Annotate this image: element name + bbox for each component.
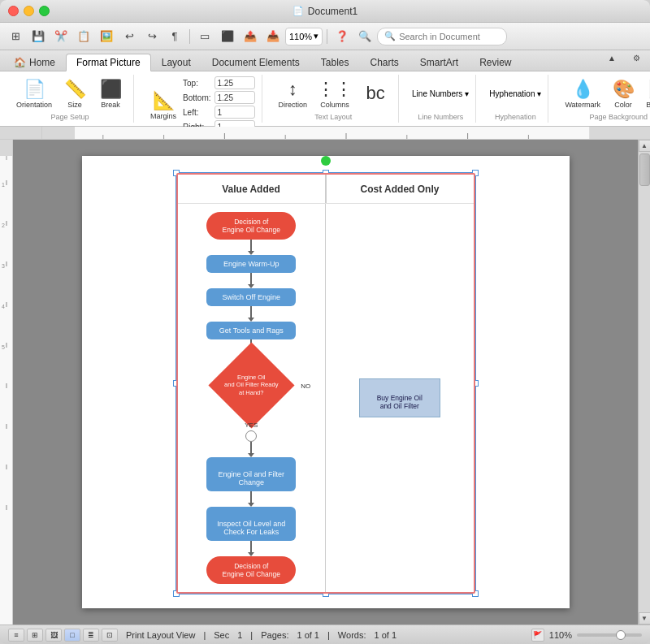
bottom-margin[interactable]: 1.25 bbox=[214, 91, 255, 104]
flow-get-tools[interactable]: Get Tools and Rags bbox=[206, 322, 296, 339]
maximize-button[interactable] bbox=[39, 6, 50, 16]
arrowhead-7 bbox=[248, 552, 254, 556]
bc-btn[interactable]: bc bbox=[359, 81, 392, 106]
search-input[interactable] bbox=[399, 32, 500, 41]
scroll-thumb-v[interactable] bbox=[639, 153, 650, 186]
document-area[interactable]: Value Added Cost Added Only bbox=[13, 140, 638, 625]
status-words-value: 1 of 1 bbox=[375, 630, 397, 640]
toolbar-btn-5[interactable]: 🖼️ bbox=[96, 27, 117, 46]
tab-format-picture[interactable]: Format Picture bbox=[66, 54, 151, 71]
ribbon-options-btn[interactable]: ⚙ bbox=[626, 48, 647, 67]
help-btn[interactable]: ❓ bbox=[332, 27, 353, 46]
toolbar-btn-8[interactable]: ▭ bbox=[194, 27, 215, 46]
flow-end[interactable]: Decision of Engine Oil Change bbox=[206, 556, 296, 584]
scroll-down-btn[interactable]: ▼ bbox=[639, 612, 651, 625]
svg-rect-12 bbox=[0, 140, 13, 156]
view-btn-5[interactable]: ≣ bbox=[83, 629, 99, 642]
view-btn-6[interactable]: ⊡ bbox=[102, 629, 118, 642]
diagram-body: Decision of Engine Oil Change Engine War… bbox=[178, 204, 474, 592]
flow-oil-change[interactable]: Engine Oil and Filter Change bbox=[206, 457, 296, 491]
document-page: Value Added Cost Added Only bbox=[82, 156, 570, 608]
bc-icon: bc bbox=[366, 83, 384, 104]
toolbar-btn-1[interactable]: ⊞ bbox=[5, 27, 26, 46]
page-setup-items: 📄 Orientation 📏 Size ⬛ Break bbox=[13, 76, 127, 111]
view-btn-4[interactable]: □ bbox=[64, 629, 80, 642]
view-btn-2[interactable]: ⊞ bbox=[27, 629, 43, 642]
watermark-btn[interactable]: 💧 Watermark bbox=[561, 77, 604, 110]
zoom-slider-track[interactable] bbox=[577, 633, 642, 637]
flow-start[interactable]: Decision of Engine Oil Change bbox=[206, 212, 296, 240]
rotation-handle[interactable] bbox=[321, 156, 331, 166]
break-btn[interactable]: ⬛ Break bbox=[94, 77, 127, 110]
toolbar-btn-3[interactable]: ✂️ bbox=[50, 27, 72, 46]
zoom-label: 110% bbox=[549, 630, 572, 640]
ribbon-collapse-btn[interactable]: ▲ bbox=[601, 48, 622, 67]
left-margin[interactable]: 1 bbox=[214, 106, 255, 119]
home-icon: 🏠 bbox=[14, 57, 26, 68]
search-box[interactable]: 🔍 bbox=[377, 28, 507, 45]
flow-decision-wrapper: Engine Oiland Oil Filter Readyat Hand? N… bbox=[214, 355, 288, 416]
borders-btn[interactable]: ⬜ Borders bbox=[643, 77, 650, 110]
line-numbers-dropdown[interactable]: Line Numbers ▾ bbox=[412, 89, 469, 98]
view-buttons: ≡ ⊞ 🖼 □ ≣ ⊡ bbox=[8, 629, 118, 642]
traffic-lights[interactable] bbox=[8, 6, 50, 16]
size-btn[interactable]: 📏 Size bbox=[58, 77, 91, 110]
flow-warm-up[interactable]: Engine Warm-Up bbox=[206, 255, 296, 273]
toolbar-separator-1 bbox=[189, 29, 190, 44]
margins-btn[interactable]: 📐 Margins bbox=[147, 89, 180, 122]
zoom-slider-thumb[interactable] bbox=[616, 630, 626, 640]
color-btn[interactable]: 🎨 Color bbox=[607, 77, 639, 110]
direction-btn[interactable]: ↕ Direction bbox=[275, 77, 311, 110]
svg-rect-11 bbox=[0, 140, 13, 625]
margin-fields: Top: 1.25 Bottom: 1.25 Left: 1 Right: 1 bbox=[183, 76, 254, 133]
toolbar-btn-6[interactable]: ↩ bbox=[119, 27, 140, 46]
diagram-wrapper[interactable]: Value Added Cost Added Only bbox=[176, 172, 476, 594]
hyphenation-dropdown[interactable]: Hyphenation ▾ bbox=[489, 89, 541, 98]
search-icon-btn[interactable]: 🔍 bbox=[354, 27, 375, 46]
tab-charts[interactable]: Charts bbox=[359, 53, 409, 71]
arrowhead-2 bbox=[248, 284, 254, 288]
tab-home[interactable]: 🏠 Home bbox=[3, 53, 66, 71]
top-label: Top: bbox=[183, 79, 210, 88]
tab-review[interactable]: Review bbox=[469, 53, 522, 71]
view-btn-3[interactable]: 🖼 bbox=[46, 629, 62, 642]
status-sep-1: | bbox=[203, 630, 206, 640]
status-pages-value: 1 of 1 bbox=[297, 630, 319, 640]
vertical-scrollbar[interactable]: ▲ ▼ bbox=[638, 140, 650, 625]
toolbar-btn-4[interactable]: 📋 bbox=[73, 27, 94, 46]
status-pages-label: Pages: bbox=[261, 630, 288, 640]
scroll-up-btn[interactable]: ▲ bbox=[639, 140, 651, 152]
flow-inspect[interactable]: Inspect Oil Level and Check For Leaks bbox=[206, 507, 296, 541]
tab-tables[interactable]: Tables bbox=[310, 53, 360, 71]
orientation-btn[interactable]: 📄 Orientation bbox=[13, 77, 55, 110]
toolbar-btn-9[interactable]: ⬛ bbox=[217, 27, 238, 46]
toolbar-btn-7[interactable]: ↪ bbox=[141, 27, 162, 46]
margins-items: 📐 Margins Top: 1.25 Bottom: 1.25 Left: 1… bbox=[147, 76, 254, 133]
flow-switch-off[interactable]: Switch Off Engine bbox=[206, 288, 296, 306]
window-title: 📄 Document1 bbox=[292, 6, 358, 17]
toolbar-btn-2[interactable]: 💾 bbox=[28, 27, 49, 46]
arrowhead-6 bbox=[248, 503, 254, 507]
ruler-area bbox=[0, 127, 650, 140]
close-button[interactable] bbox=[8, 6, 19, 16]
right-column: Buy Engine Oil and Oil Filter bbox=[326, 204, 474, 592]
zoom-dropdown[interactable]: 110% ▾ bbox=[285, 28, 323, 45]
minimize-button[interactable] bbox=[24, 6, 34, 16]
tab-smartart[interactable]: SmartArt bbox=[410, 53, 469, 71]
arrow-5 bbox=[250, 442, 252, 453]
status-view-label: Print Layout View bbox=[126, 630, 195, 640]
flow-buy-oil[interactable]: Buy Engine Oil and Oil Filter bbox=[359, 378, 440, 417]
toolbar-btn-10[interactable]: 📤 bbox=[240, 27, 261, 46]
paragraph-mark[interactable]: ¶ bbox=[164, 27, 185, 46]
view-btn-1[interactable]: ≡ bbox=[8, 629, 24, 642]
left-column: Decision of Engine Oil Change Engine War… bbox=[178, 204, 327, 592]
watermark-icon: 💧 bbox=[572, 79, 594, 100]
tab-layout[interactable]: Layout bbox=[151, 53, 202, 71]
flag-icon[interactable]: 🚩 bbox=[531, 629, 544, 642]
tab-document-elements[interactable]: Document Elements bbox=[202, 53, 310, 71]
toolbar-btn-11[interactable]: 📥 bbox=[262, 27, 284, 46]
columns-btn[interactable]: ⋮⋮ Columns bbox=[314, 77, 356, 110]
top-margin[interactable]: 1.25 bbox=[214, 76, 255, 89]
bottom-label: Bottom: bbox=[183, 93, 210, 102]
svg-text:3: 3 bbox=[2, 263, 5, 269]
